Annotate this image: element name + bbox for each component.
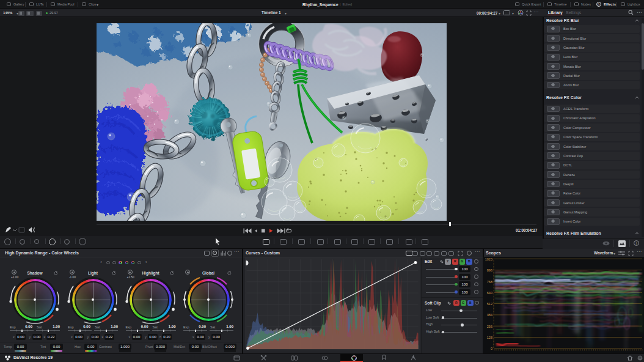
svg-text:256: 256: [487, 325, 492, 328]
svg-text:640: 640: [487, 291, 492, 295]
svg-text:128: 128: [487, 336, 492, 339]
svg-text:384: 384: [487, 313, 492, 317]
svg-text:1023: 1023: [485, 257, 492, 261]
svg-text:0: 0: [491, 347, 492, 350]
svg-text:896: 896: [487, 268, 492, 272]
svg-text:512: 512: [487, 302, 492, 306]
svg-text:768: 768: [487, 280, 492, 284]
